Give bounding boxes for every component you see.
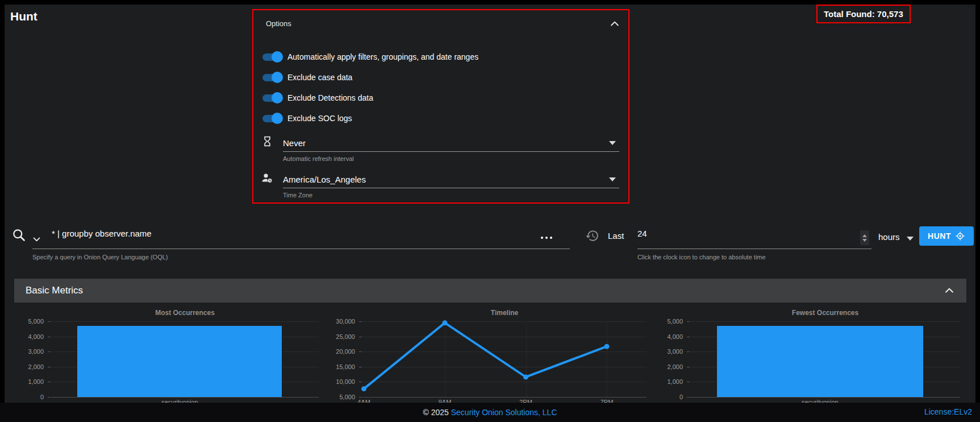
toggle-label: Exclude SOC logs [287, 114, 352, 123]
query-helper: Specify a query in Onion Query Language … [32, 254, 168, 260]
y-axis-tick-mark [359, 337, 362, 337]
y-axis-tick-label: 15,000 [326, 363, 355, 370]
y-axis-tick-mark [359, 397, 362, 398]
total-found-text: Total Found: 70,573 [824, 9, 903, 19]
window-frame-right [975, 0, 980, 404]
basic-metrics-header[interactable]: Basic Metrics [14, 279, 966, 303]
org-link[interactable]: Security Onion Solutions, LLC [451, 408, 557, 417]
timezone-underline [283, 188, 619, 188]
refresh-caret-icon[interactable] [609, 141, 616, 145]
auto-apply-toggle[interactable] [262, 53, 282, 61]
y-axis-tick-mark [48, 367, 51, 367]
y-axis-tick-label: 2,000 [14, 363, 44, 370]
timezone-caret-icon[interactable] [609, 177, 616, 181]
y-axis-tick-label: 3,000 [14, 348, 44, 355]
window-frame-top [0, 0, 980, 5]
y-axis-tick-label: 0 [653, 394, 683, 400]
duration-underline [637, 249, 871, 249]
last-label: Last [608, 231, 624, 241]
toggle-knob [272, 51, 283, 63]
y-axis-tick-mark [48, 337, 51, 337]
exclude-detections-toggle[interactable] [262, 94, 282, 102]
y-axis-tick-mark [48, 351, 51, 352]
hourglass-icon [261, 135, 273, 150]
chart-title: Fewest Occurrences [690, 309, 960, 317]
toggle-label: Automatically apply filters, groupings, … [287, 52, 478, 61]
y-axis-tick-mark [48, 321, 51, 322]
time-helper: Click the clock icon to change to absolu… [637, 254, 766, 260]
hunt-button[interactable]: HUNT [919, 226, 974, 246]
y-axis-tick-label: 1,000 [653, 378, 683, 385]
y-axis-tick-mark [687, 382, 690, 382]
y-axis-tick-label: 0 [14, 394, 44, 400]
toggle-knob [272, 92, 283, 104]
data-point[interactable] [443, 320, 448, 325]
query-actions-ellipsis-icon[interactable] [541, 237, 552, 239]
y-axis-tick-mark [687, 367, 690, 367]
y-axis-tick-label: 4,000 [653, 333, 683, 340]
y-axis-tick-mark [359, 321, 362, 322]
y-axis-tick-label: 5,000 [326, 394, 355, 400]
y-axis-tick-mark [48, 382, 51, 382]
unit-caret-icon[interactable] [907, 237, 914, 241]
y-axis-tick-mark [687, 337, 690, 337]
toggle-row-auto-apply: Automatically apply filters, groupings, … [262, 50, 478, 64]
bar-securityonion[interactable] [77, 326, 282, 397]
toggle-knob [272, 113, 283, 124]
y-axis-tick-mark [359, 351, 362, 352]
timezone-helper: Time Zone [283, 192, 312, 198]
y-axis-tick-label: 1,000 [14, 378, 44, 385]
window-frame-left [0, 0, 5, 404]
data-point[interactable] [523, 374, 528, 379]
data-point[interactable] [361, 386, 366, 391]
exclude-soc-logs-toggle[interactable] [262, 115, 282, 122]
search-icon [11, 227, 27, 245]
y-axis-tick-label: 10,000 [326, 378, 355, 385]
stepper-down-icon[interactable] [862, 239, 867, 242]
query-input[interactable] [52, 229, 483, 238]
chart-title: Most Occurrences [51, 309, 319, 317]
query-underline [32, 249, 570, 249]
refresh-underline [283, 151, 619, 152]
toggle-label: Exclude case data [287, 73, 352, 82]
options-collapse-icon[interactable] [609, 18, 620, 32]
gridline [690, 321, 960, 322]
y-axis-tick-label: 4,000 [14, 333, 44, 340]
footer: © 2025 Security Onion Solutions, LLC Lic… [0, 403, 980, 422]
y-axis-tick-label: 20,000 [326, 348, 355, 355]
account-clock-icon [260, 171, 274, 187]
query-dropdown-chevron-icon[interactable] [32, 234, 41, 246]
timeline-line-series[interactable] [362, 307, 647, 403]
page-title: Hunt [10, 10, 37, 23]
exclude-case-toggle[interactable] [262, 74, 282, 81]
y-axis-tick-mark [687, 351, 690, 352]
y-axis-tick-mark [359, 382, 362, 382]
section-collapse-icon[interactable] [944, 285, 955, 296]
total-found-badge: Total Found: 70,573 [816, 5, 911, 23]
y-axis-tick-label: 3,000 [653, 348, 683, 355]
y-axis-tick-label: 2,000 [653, 363, 683, 370]
data-point[interactable] [604, 344, 610, 349]
timezone-select[interactable]: America/Los_Angeles [283, 175, 366, 184]
refresh-interval-select[interactable]: Never [283, 138, 306, 148]
duration-stepper[interactable] [860, 230, 869, 245]
gridline [51, 397, 319, 398]
hunt-page: Hunt Total Found: 70,573 Options Automat… [0, 0, 980, 422]
y-axis-tick-mark [687, 397, 690, 398]
unit-select[interactable]: hours [878, 232, 900, 242]
duration-input[interactable] [637, 229, 848, 238]
y-axis-tick-label: 25,000 [326, 333, 355, 340]
history-clock-icon[interactable] [585, 229, 599, 245]
hunt-button-label: HUNT [928, 231, 951, 241]
stepper-up-icon[interactable] [862, 234, 867, 237]
bar-securityonion[interactable] [717, 326, 923, 397]
y-axis-tick-label: 30,000 [326, 318, 355, 325]
refresh-helper: Automatic refresh interval [283, 155, 354, 162]
y-axis-tick-mark [48, 397, 51, 398]
license-link[interactable]: License:ELv2 [924, 407, 972, 416]
y-axis-tick-label: 5,000 [653, 318, 683, 325]
copyright-text: © 2025 [423, 408, 448, 417]
crosshairs-icon [955, 231, 965, 241]
toggle-row-exclude-soc-logs: Exclude SOC logs [262, 111, 352, 125]
options-title: Options [266, 19, 291, 28]
